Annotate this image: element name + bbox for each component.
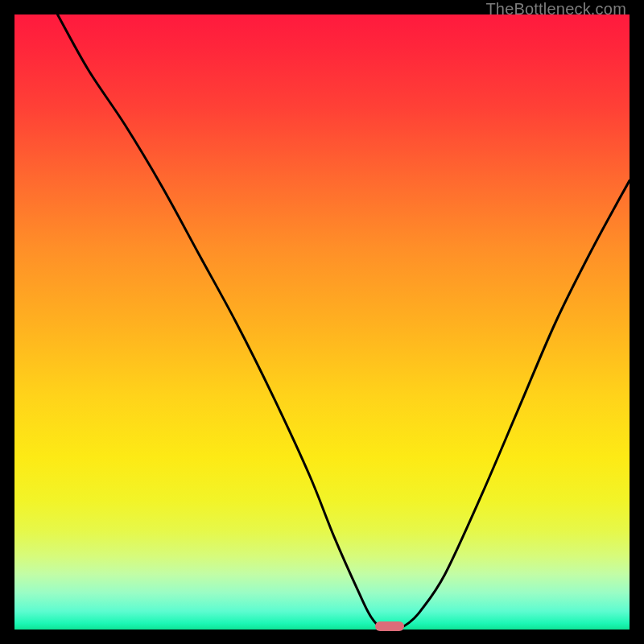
plot-area	[14, 14, 630, 630]
chart-frame: TheBottleneck.com	[0, 0, 644, 644]
watermark-text: TheBottleneck.com	[485, 0, 626, 19]
bottleneck-curve	[14, 14, 630, 630]
curve-path	[57, 14, 630, 630]
optimal-marker	[375, 621, 404, 631]
